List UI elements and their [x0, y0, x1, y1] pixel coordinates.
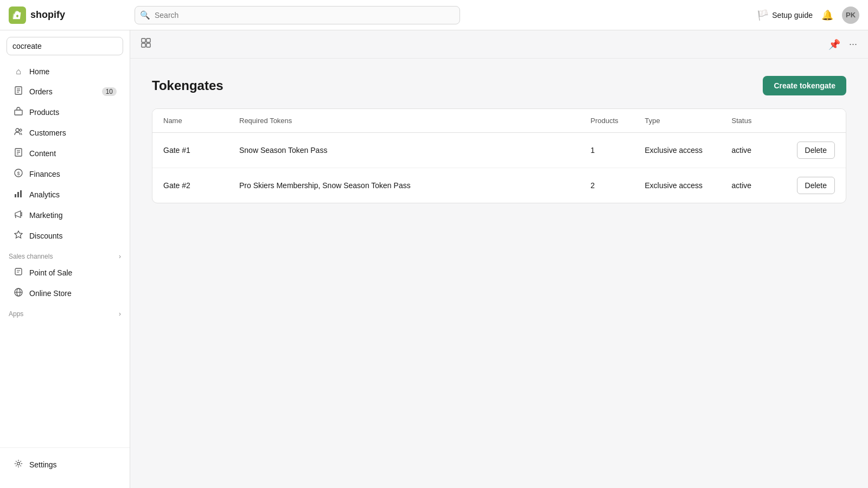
svg-marker-18	[15, 231, 22, 238]
shopify-logo-text: shopify	[30, 9, 65, 21]
sidebar-item-analytics[interactable]: Analytics	[4, 185, 125, 204]
delete-button[interactable]: Delete	[797, 142, 835, 159]
analytics-icon	[13, 189, 24, 200]
notification-bell-icon[interactable]: 🔔	[821, 9, 833, 21]
gate-action: Delete	[786, 168, 846, 203]
orders-icon	[13, 86, 24, 97]
grid-icon[interactable]	[139, 36, 153, 53]
pin-icon[interactable]: 📌	[826, 36, 843, 53]
svg-rect-27	[146, 43, 150, 47]
gate-name: Gate #2	[152, 168, 228, 203]
sidebar-item-home[interactable]: ⌂ Home	[4, 62, 125, 81]
table-row: Gate #2 Pro Skiers Membership, Snow Seas…	[152, 168, 846, 203]
setup-guide-label: Setup guide	[772, 11, 813, 20]
svg-rect-24	[142, 38, 145, 42]
gate-required-tokens: Snow Season Token Pass	[228, 133, 580, 168]
more-options-icon[interactable]: ···	[847, 36, 859, 52]
topbar: shopify 🔍 🏳️ Setup guide 🔔 PK	[0, 0, 868, 30]
gate-required-tokens: Pro Skiers Membership, Snow Season Token…	[228, 168, 580, 203]
gate-status: active	[721, 168, 786, 203]
sidebar-item-label: Point of Sale	[29, 268, 72, 277]
sidebar-item-label: Finances	[29, 170, 60, 178]
sidebar: cocreate ⌂ Home Orders 10 Products Custo…	[0, 30, 130, 488]
gate-products: 2	[580, 168, 634, 203]
sidebar-item-label: Content	[29, 149, 56, 158]
table-header: Name Required Tokens Products Type Statu…	[152, 109, 846, 133]
column-header-products: Products	[580, 109, 634, 133]
sidebar-item-online-store[interactable]: Online Store	[4, 284, 125, 303]
table-row: Gate #1 Snow Season Token Pass 1 Exclusi…	[152, 133, 846, 168]
svg-text:$: $	[17, 171, 20, 176]
search-icon: 🔍	[140, 10, 150, 20]
main-topbar-right: 📌 ···	[826, 36, 859, 53]
discounts-icon	[13, 230, 24, 241]
main-content: 📌 ··· Tokengates Create tokengate Name R…	[130, 30, 868, 488]
svg-point-7	[16, 129, 19, 132]
sidebar-item-orders[interactable]: Orders 10	[4, 82, 125, 101]
gate-type: Exclusive access	[634, 168, 721, 203]
gate-products: 1	[580, 133, 634, 168]
table-body: Gate #1 Snow Season Token Pass 1 Exclusi…	[152, 133, 846, 203]
store-selector[interactable]: cocreate	[7, 37, 123, 55]
main-topbar: 📌 ···	[130, 30, 868, 59]
sidebar-item-label: Discounts	[29, 232, 62, 240]
customers-icon	[13, 127, 24, 138]
sales-channels-section[interactable]: Sales channels ›	[0, 246, 130, 262]
create-tokengate-button[interactable]: Create tokengate	[763, 76, 846, 95]
orders-badge: 10	[102, 87, 117, 96]
content-icon	[13, 148, 24, 159]
home-icon: ⌂	[13, 67, 24, 76]
svg-rect-17	[20, 190, 22, 197]
chevron-right-icon: ›	[119, 310, 121, 318]
content-area: Tokengates Create tokengate Name Require…	[130, 59, 868, 221]
products-icon	[13, 107, 24, 118]
gate-status: active	[721, 133, 786, 168]
setup-guide-button[interactable]: 🏳️ Setup guide	[757, 9, 813, 21]
column-header-action	[786, 109, 846, 133]
apps-section[interactable]: Apps ›	[0, 304, 130, 320]
sidebar-item-content[interactable]: Content	[4, 144, 125, 163]
chevron-right-icon: ›	[119, 253, 121, 260]
sidebar-item-settings[interactable]: Settings	[4, 455, 125, 474]
settings-icon	[13, 459, 24, 470]
page-header: Tokengates Create tokengate	[152, 76, 846, 95]
sidebar-item-label: Online Store	[29, 289, 72, 298]
column-header-name: Name	[152, 109, 228, 133]
sidebar-item-discounts[interactable]: Discounts	[4, 226, 125, 246]
logo: shopify	[9, 7, 128, 24]
main-topbar-left	[139, 36, 153, 53]
sidebar-item-pos[interactable]: Point of Sale	[4, 263, 125, 282]
column-header-status: Status	[721, 109, 786, 133]
svg-point-1	[16, 15, 18, 17]
pos-icon	[13, 267, 24, 278]
column-header-required-tokens: Required Tokens	[228, 109, 580, 133]
finances-icon: $	[13, 169, 24, 179]
svg-rect-16	[17, 192, 19, 197]
search-bar[interactable]: 🔍	[135, 6, 460, 24]
svg-rect-15	[15, 194, 16, 197]
page-title: Tokengates	[152, 78, 224, 93]
flag-icon: 🏳️	[757, 9, 769, 21]
online-store-icon	[13, 288, 24, 299]
search-input[interactable]	[135, 6, 460, 24]
svg-rect-26	[142, 43, 145, 47]
sidebar-item-label: Home	[29, 67, 49, 76]
tokengates-table-container: Name Required Tokens Products Type Statu…	[152, 108, 846, 203]
sidebar-item-label: Orders	[29, 87, 53, 96]
apps-label: Apps	[9, 310, 23, 318]
sidebar-item-label: Marketing	[29, 211, 62, 220]
gate-action: Delete	[786, 133, 846, 168]
sidebar-item-label: Settings	[29, 460, 57, 469]
layout: cocreate ⌂ Home Orders 10 Products Custo…	[0, 30, 868, 488]
sidebar-item-marketing[interactable]: Marketing	[4, 206, 125, 225]
sidebar-item-products[interactable]: Products	[4, 102, 125, 122]
sidebar-item-finances[interactable]: $ Finances	[4, 164, 125, 184]
delete-button[interactable]: Delete	[797, 177, 835, 194]
sidebar-footer: Settings	[0, 447, 130, 481]
marketing-icon	[13, 210, 24, 221]
sales-channels-label: Sales channels	[9, 253, 53, 260]
sidebar-item-customers[interactable]: Customers	[4, 123, 125, 143]
shopify-bag-icon	[9, 7, 26, 24]
avatar[interactable]: PK	[842, 7, 859, 24]
tokengates-table: Name Required Tokens Products Type Statu…	[152, 109, 846, 203]
